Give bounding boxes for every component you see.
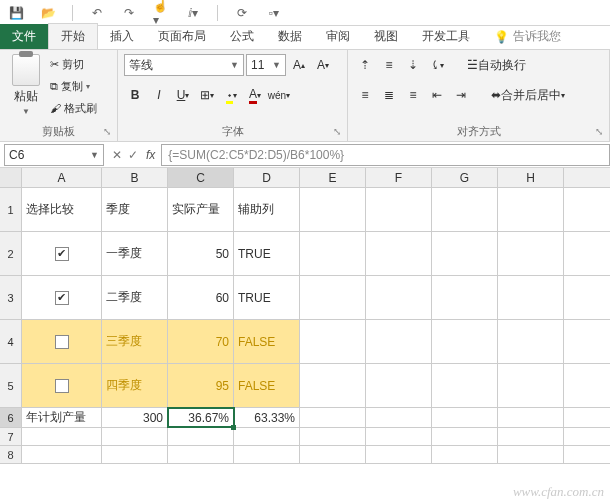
- cell[interactable]: [366, 188, 432, 231]
- cell[interactable]: 60: [168, 276, 234, 319]
- cell[interactable]: ✔: [22, 276, 102, 319]
- cell[interactable]: [22, 364, 102, 407]
- column-header-G[interactable]: G: [432, 168, 498, 187]
- column-header-E[interactable]: E: [300, 168, 366, 187]
- cell[interactable]: [366, 446, 432, 463]
- cell[interactable]: [432, 408, 498, 427]
- cell[interactable]: [300, 446, 366, 463]
- checkbox[interactable]: [55, 335, 69, 349]
- cell[interactable]: FALSE: [234, 320, 300, 363]
- cell[interactable]: [234, 446, 300, 463]
- tab-developer[interactable]: 开发工具: [410, 24, 482, 49]
- align-top-button[interactable]: ⇡: [354, 54, 376, 76]
- cell[interactable]: [432, 232, 498, 275]
- merge-center-button[interactable]: ⬌ 合并后居中 ▾: [484, 84, 572, 106]
- cut-button[interactable]: ✂剪切: [50, 54, 97, 74]
- fill-color-button[interactable]: ⬩▾: [220, 84, 242, 106]
- checkbox[interactable]: ✔: [55, 247, 69, 261]
- column-header-B[interactable]: B: [102, 168, 168, 187]
- dialog-launcher-icon[interactable]: ⤡: [333, 126, 341, 137]
- decrease-font-button[interactable]: A▾: [312, 54, 334, 76]
- cell[interactable]: 实际产量: [168, 188, 234, 231]
- column-header-F[interactable]: F: [366, 168, 432, 187]
- bold-button[interactable]: B: [124, 84, 146, 106]
- italic-button[interactable]: I: [148, 84, 170, 106]
- cell[interactable]: 300: [102, 408, 168, 427]
- cell[interactable]: 36.67%: [168, 408, 234, 427]
- name-box[interactable]: C6▼: [4, 144, 104, 166]
- cell[interactable]: 季度: [102, 188, 168, 231]
- row-header[interactable]: 3: [0, 276, 22, 319]
- row-header[interactable]: 6: [0, 408, 22, 427]
- cell[interactable]: TRUE: [234, 276, 300, 319]
- cell[interactable]: [102, 446, 168, 463]
- column-header-D[interactable]: D: [234, 168, 300, 187]
- wrap-text-button[interactable]: ☱ 自动换行: [460, 54, 533, 76]
- column-header-A[interactable]: A: [22, 168, 102, 187]
- cell[interactable]: 辅助列: [234, 188, 300, 231]
- tab-layout[interactable]: 页面布局: [146, 24, 218, 49]
- touch-icon[interactable]: ☝▾: [153, 5, 169, 21]
- tab-review[interactable]: 审阅: [314, 24, 362, 49]
- copy-button[interactable]: ⧉复制▾: [50, 76, 97, 96]
- cell[interactable]: 95: [168, 364, 234, 407]
- cell[interactable]: [498, 232, 564, 275]
- cell[interactable]: [168, 428, 234, 445]
- column-header-H[interactable]: H: [498, 168, 564, 187]
- font-color-button[interactable]: A▾: [244, 84, 266, 106]
- cell[interactable]: [300, 428, 366, 445]
- cell[interactable]: [432, 364, 498, 407]
- font-name-combo[interactable]: 等线▼: [124, 54, 244, 76]
- tab-view[interactable]: 视图: [362, 24, 410, 49]
- cell[interactable]: [22, 320, 102, 363]
- decrease-indent-button[interactable]: ⇤: [426, 84, 448, 106]
- checkbox[interactable]: [55, 379, 69, 393]
- border-button[interactable]: ⊞▾: [196, 84, 218, 106]
- cell[interactable]: [22, 428, 102, 445]
- tab-home[interactable]: 开始: [48, 23, 98, 49]
- underline-button[interactable]: U▾: [172, 84, 194, 106]
- increase-font-button[interactable]: A▴: [288, 54, 310, 76]
- paste-button[interactable]: 粘贴 ▼: [6, 54, 46, 116]
- cell[interactable]: [498, 446, 564, 463]
- cell[interactable]: [432, 188, 498, 231]
- cell[interactable]: [366, 320, 432, 363]
- align-bottom-button[interactable]: ⇣: [402, 54, 424, 76]
- tell-me[interactable]: 💡告诉我您: [482, 24, 573, 49]
- cell[interactable]: [498, 428, 564, 445]
- cell[interactable]: [432, 276, 498, 319]
- cell[interactable]: 年计划产量: [22, 408, 102, 427]
- cell[interactable]: 选择比较: [22, 188, 102, 231]
- cell[interactable]: [366, 408, 432, 427]
- cell[interactable]: [300, 232, 366, 275]
- align-middle-button[interactable]: ≡: [378, 54, 400, 76]
- cell[interactable]: 二季度: [102, 276, 168, 319]
- align-right-button[interactable]: ≡: [402, 84, 424, 106]
- cell[interactable]: TRUE: [234, 232, 300, 275]
- tab-insert[interactable]: 插入: [98, 24, 146, 49]
- cell[interactable]: FALSE: [234, 364, 300, 407]
- row-header[interactable]: 8: [0, 446, 22, 463]
- cell[interactable]: 70: [168, 320, 234, 363]
- cell[interactable]: [300, 364, 366, 407]
- cell[interactable]: [22, 446, 102, 463]
- cell[interactable]: [366, 428, 432, 445]
- cell[interactable]: [498, 320, 564, 363]
- row-header[interactable]: 5: [0, 364, 22, 407]
- undo-icon[interactable]: ↶: [89, 5, 105, 21]
- font-size-combo[interactable]: 11▼: [246, 54, 286, 76]
- cell[interactable]: 三季度: [102, 320, 168, 363]
- cell[interactable]: 一季度: [102, 232, 168, 275]
- select-all-corner[interactable]: [0, 168, 22, 187]
- enter-formula-icon[interactable]: ✓: [128, 148, 138, 162]
- formula-bar[interactable]: {=SUM(C2:C5*D2:D5)/B6*100%}: [161, 144, 610, 166]
- cell[interactable]: [366, 364, 432, 407]
- cell[interactable]: [498, 364, 564, 407]
- cell[interactable]: [168, 446, 234, 463]
- increase-indent-button[interactable]: ⇥: [450, 84, 472, 106]
- cell[interactable]: ✔: [22, 232, 102, 275]
- quickprint-icon[interactable]: ⅈ▾: [185, 5, 201, 21]
- row-header[interactable]: 2: [0, 232, 22, 275]
- align-center-button[interactable]: ≣: [378, 84, 400, 106]
- fx-icon[interactable]: fx: [146, 148, 155, 162]
